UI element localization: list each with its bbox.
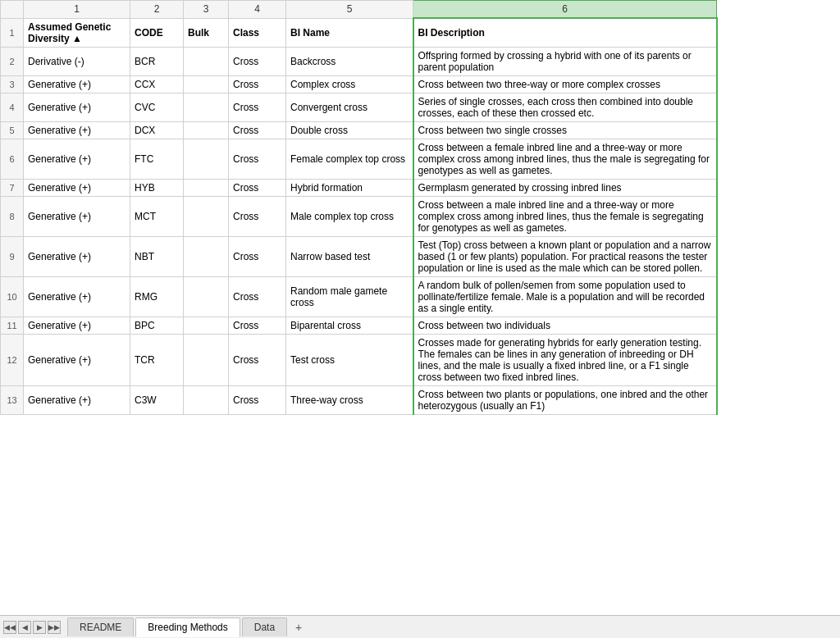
cell-13-4[interactable]: Cross (229, 385, 286, 414)
cell-8-3[interactable] (184, 196, 229, 236)
cell-10-4[interactable]: Cross (229, 276, 286, 317)
cell-6-3[interactable] (184, 139, 229, 179)
cell-9-3[interactable] (184, 236, 229, 276)
cell-4-1[interactable]: Generative (+) (24, 93, 130, 121)
cell-6-5[interactable]: Female complex top cross (286, 139, 413, 179)
col-header-4[interactable]: 4 (229, 1, 286, 19)
cell-11-5[interactable]: Biparental cross (286, 317, 413, 334)
cell-3-2[interactable]: CCX (130, 75, 184, 93)
cell-9-5[interactable]: Narrow based test (286, 236, 413, 276)
cell-6-6[interactable]: Cross between a female inbred line and a… (413, 139, 717, 179)
cell-5-3[interactable] (184, 121, 229, 139)
cell-7-5[interactable]: Hybrid formation (286, 179, 413, 196)
cell-1-1[interactable]: Assumed GeneticDiversity ▲ (24, 18, 130, 47)
cell-2-1[interactable]: Derivative (-) (24, 47, 130, 75)
cell-4-2[interactable]: CVC (130, 93, 184, 121)
cell-5-5[interactable]: Double cross (286, 121, 413, 139)
cell-3-6[interactable]: Cross between two three-way or more comp… (413, 75, 717, 93)
cell-10-2[interactable]: RMG (130, 276, 184, 317)
cell-12-1[interactable]: Generative (+) (24, 334, 130, 385)
cell-13-3[interactable] (184, 385, 229, 414)
cell-5-4[interactable]: Cross (229, 121, 286, 139)
cell-3-3[interactable] (184, 75, 229, 93)
cell-5-2[interactable]: DCX (130, 121, 184, 139)
cell-8-6[interactable]: Cross between a male inbred line and a t… (413, 196, 717, 236)
nav-last-arrow[interactable]: ▶▶ (48, 621, 61, 634)
cell-1-2[interactable]: CODE (130, 18, 184, 47)
tab-data[interactable]: Data (242, 617, 287, 636)
table-row: 11Generative (+)BPCCrossBiparental cross… (1, 317, 717, 334)
cell-13-6[interactable]: Cross between two plants or populations,… (413, 385, 717, 414)
cell-5-1[interactable]: Generative (+) (24, 121, 130, 139)
nav-next-arrow[interactable]: ▶ (33, 621, 46, 634)
cell-10-5[interactable]: Random male gamete cross (286, 276, 413, 317)
nav-first-arrow[interactable]: ◀◀ (3, 621, 16, 634)
cell-1-6[interactable]: BI Description (413, 18, 717, 47)
row-num-12: 12 (1, 334, 24, 385)
cell-7-6[interactable]: Germplasm generated by crossing inbred l… (413, 179, 717, 196)
cell-8-1[interactable]: Generative (+) (24, 196, 130, 236)
tab-readme[interactable]: README (67, 617, 134, 636)
cell-9-6[interactable]: Test (Top) cross between a known plant o… (413, 236, 717, 276)
cell-2-4[interactable]: Cross (229, 47, 286, 75)
cell-1-5[interactable]: BI Name (286, 18, 413, 47)
cell-1-3[interactable]: Bulk (184, 18, 229, 47)
cell-2-6[interactable]: Offspring formed by crossing a hybrid wi… (413, 47, 717, 75)
cell-6-4[interactable]: Cross (229, 139, 286, 179)
cell-12-6[interactable]: Crosses made for generating hybrids for … (413, 334, 717, 385)
cell-10-1[interactable]: Generative (+) (24, 276, 130, 317)
sheet-area[interactable]: 1 2 3 4 5 6 1 Assumed GeneticDiversity ▲… (0, 0, 840, 615)
tab-add-button[interactable]: + (289, 619, 308, 636)
cell-5-6[interactable]: Cross between two single crosses (413, 121, 717, 139)
cell-7-2[interactable]: HYB (130, 179, 184, 196)
cell-10-3[interactable] (184, 276, 229, 317)
cell-7-3[interactable] (184, 179, 229, 196)
cell-3-5[interactable]: Complex cross (286, 75, 413, 93)
cell-4-6[interactable]: Series of single crosses, each cross the… (413, 93, 717, 121)
cell-11-4[interactable]: Cross (229, 317, 286, 334)
cell-11-6[interactable]: Cross between two individuals (413, 317, 717, 334)
cell-2-2[interactable]: BCR (130, 47, 184, 75)
cell-13-5[interactable]: Three-way cross (286, 385, 413, 414)
cell-3-4[interactable]: Cross (229, 75, 286, 93)
col-header-1[interactable]: 1 (24, 1, 130, 19)
col-header-5[interactable]: 5 (286, 1, 413, 19)
cell-8-4[interactable]: Cross (229, 196, 286, 236)
nav-prev-arrow[interactable]: ◀ (18, 621, 31, 634)
cell-1-4[interactable]: Class (229, 18, 286, 47)
cell-6-2[interactable]: FTC (130, 139, 184, 179)
col-header-6[interactable]: 6 (413, 1, 717, 19)
cell-4-4[interactable]: Cross (229, 93, 286, 121)
cell-11-3[interactable] (184, 317, 229, 334)
row-num-5: 5 (1, 121, 24, 139)
cell-6-1[interactable]: Generative (+) (24, 139, 130, 179)
row-num-3: 3 (1, 75, 24, 93)
sheet-nav-arrows: ◀◀ ◀ ▶ ▶▶ (3, 621, 61, 634)
table-row: 5Generative (+)DCXCrossDouble crossCross… (1, 121, 717, 139)
cell-12-3[interactable] (184, 334, 229, 385)
cell-12-2[interactable]: TCR (130, 334, 184, 385)
cell-8-2[interactable]: MCT (130, 196, 184, 236)
cell-7-1[interactable]: Generative (+) (24, 179, 130, 196)
cell-12-4[interactable]: Cross (229, 334, 286, 385)
col-header-2[interactable]: 2 (130, 1, 184, 19)
tab-breeding-methods[interactable]: Breeding Methods (135, 617, 240, 637)
cell-13-2[interactable]: C3W (130, 385, 184, 414)
cell-9-1[interactable]: Generative (+) (24, 236, 130, 276)
table-row: 10Generative (+)RMGCrossRandom male game… (1, 276, 717, 317)
cell-4-5[interactable]: Convergent cross (286, 93, 413, 121)
cell-9-2[interactable]: NBT (130, 236, 184, 276)
cell-2-5[interactable]: Backcross (286, 47, 413, 75)
cell-11-1[interactable]: Generative (+) (24, 317, 130, 334)
cell-7-4[interactable]: Cross (229, 179, 286, 196)
cell-2-3[interactable] (184, 47, 229, 75)
cell-3-1[interactable]: Generative (+) (24, 75, 130, 93)
cell-8-5[interactable]: Male complex top cross (286, 196, 413, 236)
col-header-3[interactable]: 3 (184, 1, 229, 19)
cell-10-6[interactable]: A random bulk of pollen/semen from some … (413, 276, 717, 317)
cell-9-4[interactable]: Cross (229, 236, 286, 276)
cell-11-2[interactable]: BPC (130, 317, 184, 334)
cell-12-5[interactable]: Test cross (286, 334, 413, 385)
cell-13-1[interactable]: Generative (+) (24, 385, 130, 414)
cell-4-3[interactable] (184, 93, 229, 121)
